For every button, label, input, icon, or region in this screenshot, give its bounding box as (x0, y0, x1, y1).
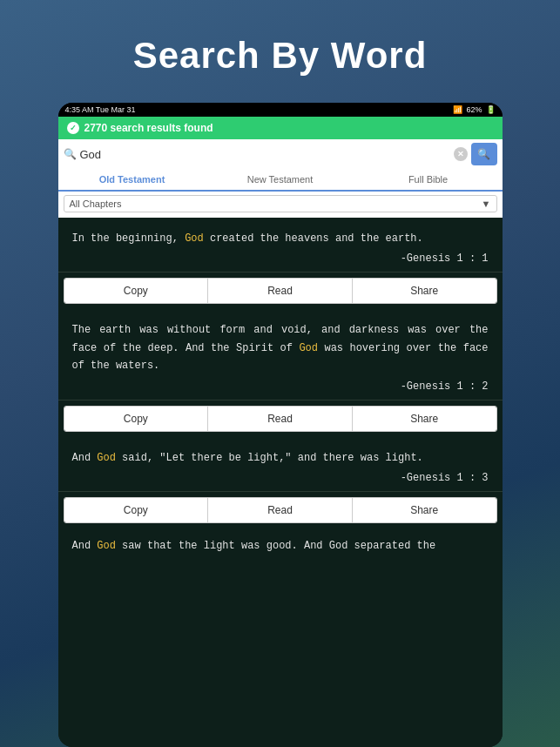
copy-button-2[interactable]: Copy (64, 407, 209, 431)
action-bar-2: Copy Read Share (58, 400, 503, 437)
action-bar-3: Copy Read Share (58, 492, 503, 528)
status-signal: 📶 62% 🔋 (453, 105, 495, 114)
chapter-dropdown[interactable]: All Chapters ▼ (64, 195, 497, 212)
wifi-icon: 📶 (453, 105, 462, 114)
share-button-3[interactable]: Share (353, 498, 496, 522)
highlight-god-2: God (299, 342, 318, 354)
share-button-2[interactable]: Share (353, 407, 496, 431)
verse-text-3: And God said, "Let there be light," and … (72, 449, 489, 467)
verse-text-2: The earth was without form and void, and… (72, 321, 489, 374)
search-bar: 🔍 God ✕ 🔍 (58, 139, 503, 169)
page-title: Search By Word (133, 35, 428, 77)
verse-card-4-partial: And God saw that the light was good. And… (58, 528, 503, 560)
read-button-3[interactable]: Read (208, 498, 353, 522)
tab-full-bible[interactable]: Full Bible (354, 169, 503, 190)
share-button-1[interactable]: Share (353, 279, 496, 303)
read-button-2[interactable]: Read (208, 407, 353, 431)
highlight-god-1: God (185, 232, 204, 245)
verse-card-2: The earth was without form and void, and… (58, 309, 503, 400)
check-icon (67, 122, 79, 134)
battery-icon: 🔋 (486, 105, 496, 114)
verse-text-4: And God saw that the light was good. And… (72, 537, 489, 555)
highlight-god-4: God (97, 540, 116, 552)
verse-ref-2: -Genesis 1 : 2 (72, 380, 489, 393)
device-frame: 4:35 AM Tue Mar 31 📶 62% 🔋 2770 search r… (58, 103, 503, 747)
search-query[interactable]: God (80, 148, 450, 161)
search-button[interactable]: 🔍 (471, 143, 497, 165)
verse-text-1: In the beginning, God created the heaven… (72, 230, 489, 247)
results-banner: 2770 search results found (58, 117, 503, 139)
search-icon: 🔍 (64, 148, 77, 160)
results-text: 2770 search results found (84, 122, 213, 134)
tabs-row: Old Testament New Testament Full Bible (58, 169, 503, 192)
clear-icon[interactable]: ✕ (454, 147, 468, 161)
copy-button-1[interactable]: Copy (64, 279, 209, 303)
dropdown-row: All Chapters ▼ (58, 192, 503, 218)
status-time: 4:35 AM Tue Mar 31 (65, 105, 136, 114)
highlight-god-3: God (97, 452, 116, 464)
status-bar: 4:35 AM Tue Mar 31 📶 62% 🔋 (58, 103, 503, 117)
verse-card-3: And God said, "Let there be light," and … (58, 437, 503, 492)
copy-button-3[interactable]: Copy (64, 498, 209, 522)
content-area: In the beginning, God created the heaven… (58, 218, 503, 747)
tab-old-testament[interactable]: Old Testament (58, 169, 206, 192)
action-bar-1: Copy Read Share (58, 273, 503, 309)
chevron-down-icon: ▼ (482, 199, 491, 209)
verse-card-1: In the beginning, God created the heaven… (58, 218, 503, 273)
verse-ref-3: -Genesis 1 : 3 (72, 472, 489, 484)
read-button-1[interactable]: Read (208, 279, 353, 303)
dropdown-value: All Chapters (70, 199, 122, 209)
verse-ref-1: -Genesis 1 : 1 (72, 252, 489, 265)
tab-new-testament[interactable]: New Testament (206, 169, 354, 190)
